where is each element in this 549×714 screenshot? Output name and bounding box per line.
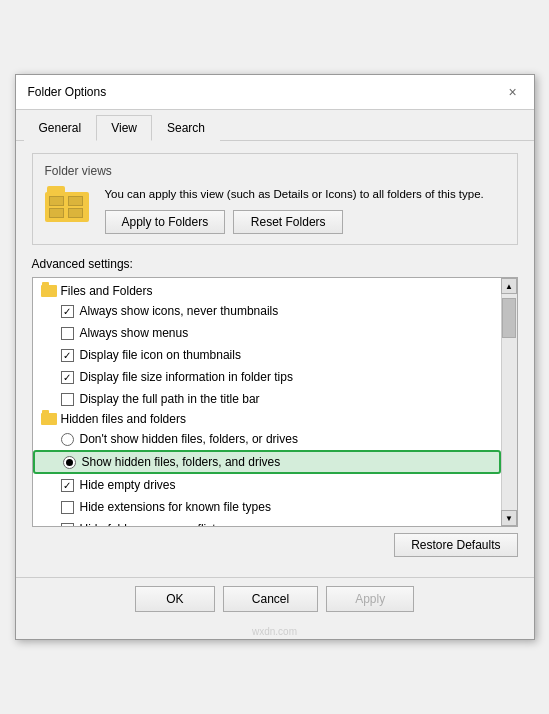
folder-options-window: Folder Options × General View Search Fol… bbox=[15, 74, 535, 640]
apply-button[interactable]: Apply bbox=[326, 586, 414, 612]
setting-label: Display file size information in folder … bbox=[80, 368, 293, 386]
tab-bar: General View Search bbox=[16, 110, 534, 141]
advanced-label: Advanced settings: bbox=[32, 257, 518, 271]
reset-folders-button[interactable]: Reset Folders bbox=[233, 210, 343, 234]
list-item: Always show icons, never thumbnails bbox=[33, 300, 501, 322]
category-files-folders-label: Files and Folders bbox=[61, 284, 153, 298]
folder-views-inner: You can apply this view (such as Details… bbox=[45, 186, 505, 234]
scroll-thumb[interactable] bbox=[502, 298, 516, 338]
list-item: Always show menus bbox=[33, 322, 501, 344]
checkbox-hide-extensions[interactable] bbox=[61, 501, 74, 514]
watermark: wxdn.com bbox=[16, 624, 534, 639]
folder-views-text: You can apply this view (such as Details… bbox=[105, 186, 505, 234]
scrollbar[interactable]: ▲ ▼ bbox=[501, 278, 517, 526]
checkbox-display-full-path[interactable] bbox=[61, 393, 74, 406]
setting-label: Hide folder merge conflicts bbox=[80, 520, 222, 526]
tab-general[interactable]: General bbox=[24, 115, 97, 141]
setting-label: Hide empty drives bbox=[80, 476, 176, 494]
checkbox-hide-empty-drives[interactable] bbox=[61, 479, 74, 492]
checkbox-always-show-icons[interactable] bbox=[61, 305, 74, 318]
tab-view[interactable]: View bbox=[96, 115, 152, 141]
setting-label: Always show icons, never thumbnails bbox=[80, 302, 279, 320]
restore-section: Restore Defaults bbox=[32, 527, 518, 565]
setting-label: Display the full path in the title bar bbox=[80, 390, 260, 408]
cancel-button[interactable]: Cancel bbox=[223, 586, 318, 612]
scroll-down-arrow[interactable]: ▼ bbox=[501, 510, 517, 526]
scroll-up-arrow[interactable]: ▲ bbox=[501, 278, 517, 294]
main-content: Folder views bbox=[16, 141, 534, 577]
radio-dont-show-hidden[interactable] bbox=[61, 433, 74, 446]
window-title: Folder Options bbox=[28, 85, 107, 99]
folder-icon bbox=[45, 186, 93, 228]
list-item: Display file icon on thumbnails bbox=[33, 344, 501, 366]
tab-search[interactable]: Search bbox=[152, 115, 220, 141]
folder-category-icon bbox=[41, 285, 57, 297]
list-item: Hide empty drives bbox=[33, 474, 501, 496]
category-files-folders: Files and Folders bbox=[33, 282, 501, 300]
checkbox-hide-folder-merge[interactable] bbox=[61, 523, 74, 527]
folder-views-section: Folder views bbox=[32, 153, 518, 245]
folder-views-label: Folder views bbox=[45, 164, 505, 178]
list-item: Hide extensions for known file types bbox=[33, 496, 501, 518]
folder-category-icon-2 bbox=[41, 413, 57, 425]
list-item: Hide folder merge conflicts bbox=[33, 518, 501, 526]
restore-defaults-button[interactable]: Restore Defaults bbox=[394, 533, 517, 557]
settings-list-container: Files and Folders Always show icons, nev… bbox=[32, 277, 518, 527]
checkbox-always-show-menus[interactable] bbox=[61, 327, 74, 340]
setting-label: Don't show hidden files, folders, or dri… bbox=[80, 430, 298, 448]
checkbox-display-file-size[interactable] bbox=[61, 371, 74, 384]
list-item: Display the full path in the title bar bbox=[33, 388, 501, 410]
title-bar: Folder Options × bbox=[16, 75, 534, 110]
list-item: Display file size information in folder … bbox=[33, 366, 501, 388]
checkbox-display-file-icon[interactable] bbox=[61, 349, 74, 362]
folder-views-buttons: Apply to Folders Reset Folders bbox=[105, 210, 505, 234]
setting-label: Hide extensions for known file types bbox=[80, 498, 271, 516]
scroll-track bbox=[502, 294, 517, 510]
category-hidden-label: Hidden files and folders bbox=[61, 412, 186, 426]
settings-list[interactable]: Files and Folders Always show icons, nev… bbox=[33, 278, 501, 526]
list-item: Don't show hidden files, folders, or dri… bbox=[33, 428, 501, 450]
list-item-highlighted-radio: Show hidden files, folders, and drives bbox=[33, 450, 501, 474]
setting-label: Always show menus bbox=[80, 324, 189, 342]
close-button[interactable]: × bbox=[504, 83, 522, 101]
folder-views-description: You can apply this view (such as Details… bbox=[105, 186, 505, 202]
ok-button[interactable]: OK bbox=[135, 586, 215, 612]
setting-label: Display file icon on thumbnails bbox=[80, 346, 241, 364]
dialog-buttons: OK Cancel Apply bbox=[16, 577, 534, 624]
radio-show-hidden[interactable] bbox=[63, 456, 76, 469]
category-hidden-files: Hidden files and folders bbox=[33, 410, 501, 428]
apply-to-folders-button[interactable]: Apply to Folders bbox=[105, 210, 226, 234]
setting-label: Show hidden files, folders, and drives bbox=[82, 453, 281, 471]
